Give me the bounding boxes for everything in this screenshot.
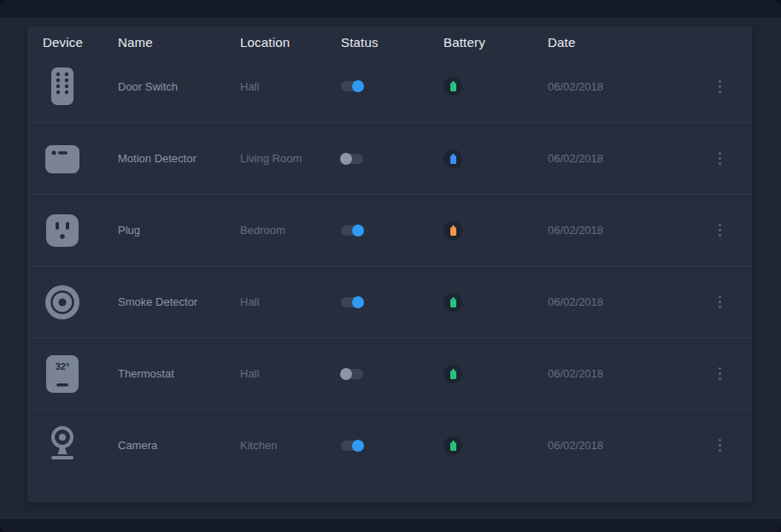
column-header-location: Location [240, 35, 341, 50]
thermostat-icon: 32° [44, 354, 81, 395]
table-row: Motion Detector Living Room 06/02/2018 [27, 122, 752, 194]
window-top-bar [0, 0, 781, 18]
device-icon-cell [43, 210, 118, 251]
toggle-thumb [352, 296, 364, 308]
toggle-thumb [340, 153, 352, 165]
battery-icon [443, 221, 462, 240]
device-date: 06/02/2018 [548, 295, 702, 308]
table-row: Smoke Detector Hall 06/02/2018 [27, 266, 752, 337]
kebab-menu-icon[interactable] [712, 436, 727, 456]
status-toggle[interactable] [341, 154, 363, 164]
battery-glyph [450, 83, 456, 91]
toggle-thumb [352, 225, 364, 237]
battery-icon [443, 149, 462, 168]
status-toggle[interactable] [341, 369, 363, 379]
app-window: Device Name Location Status Battery Date… [0, 0, 781, 532]
battery-icon [443, 77, 462, 96]
battery-glyph [450, 299, 456, 307]
table-row: Plug Bedroom 06/02/2018 [27, 194, 752, 266]
device-date: 06/02/2018 [548, 439, 702, 452]
device-table-card: Device Name Location Status Battery Date… [27, 26, 752, 502]
status-toggle[interactable] [341, 297, 363, 307]
device-date: 06/02/2018 [548, 224, 702, 237]
table-row: Camera Kitchen 06/02/2018 [27, 409, 752, 481]
device-icon-cell: 32° [43, 354, 118, 395]
camera-icon [44, 425, 81, 466]
toggle-thumb [352, 80, 364, 92]
device-name: Camera [118, 439, 240, 452]
kebab-menu-icon[interactable] [712, 364, 727, 384]
device-location: Hall [240, 295, 341, 308]
device-name: Plug [118, 224, 240, 237]
battery-icon [443, 436, 462, 455]
battery-icon [443, 293, 462, 312]
device-name: Door Switch [118, 80, 240, 93]
column-header-name: Name [118, 35, 240, 50]
table-row: 32° Thermostat Hall 06/02/2018 [27, 337, 752, 409]
column-header-battery: Battery [443, 35, 548, 50]
device-name: Motion Detector [118, 152, 240, 165]
device-icon-cell [43, 425, 118, 466]
door-switch-icon [44, 66, 81, 107]
kebab-menu-icon[interactable] [712, 220, 727, 241]
smoke-detector-icon [44, 282, 81, 323]
table-row: Door Switch Hall 06/02/2018 [27, 50, 752, 122]
column-header-device: Device [43, 35, 118, 50]
device-date: 06/02/2018 [548, 152, 702, 165]
toggle-thumb [340, 368, 352, 380]
motion-detector-icon [44, 138, 81, 179]
device-name: Thermostat [118, 367, 240, 380]
device-location: Bedroom [240, 224, 341, 237]
device-icon-cell [43, 282, 118, 323]
device-name: Smoke Detector [118, 295, 240, 308]
device-date: 06/02/2018 [548, 80, 702, 93]
device-location: Hall [240, 367, 341, 380]
column-header-status: Status [341, 35, 443, 50]
thermostat-reading: 32° [56, 361, 70, 371]
column-header-date: Date [548, 35, 702, 50]
device-location: Kitchen [240, 439, 341, 452]
kebab-menu-icon[interactable] [712, 76, 727, 96]
status-toggle[interactable] [341, 81, 363, 91]
table-header: Device Name Location Status Battery Date [27, 26, 752, 50]
plug-icon [44, 210, 81, 251]
device-location: Living Room [240, 152, 341, 165]
battery-glyph [450, 442, 456, 451]
device-icon-cell [43, 66, 118, 107]
window-bottom-bar [0, 519, 781, 532]
device-icon-cell [43, 138, 118, 179]
kebab-menu-icon[interactable] [712, 292, 727, 313]
device-location: Hall [240, 80, 341, 93]
toggle-thumb [352, 440, 364, 452]
battery-glyph [450, 155, 456, 164]
battery-glyph [450, 227, 456, 236]
battery-icon [443, 365, 462, 383]
status-toggle[interactable] [341, 225, 363, 236]
kebab-menu-icon[interactable] [712, 149, 727, 169]
status-toggle[interactable] [341, 441, 363, 451]
battery-glyph [450, 371, 456, 379]
device-date: 06/02/2018 [548, 367, 702, 380]
